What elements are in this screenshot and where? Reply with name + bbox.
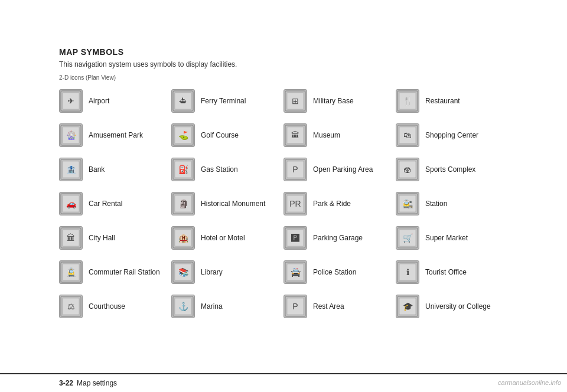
historical-monument-icon: 🗿 [171, 192, 195, 215]
svg-text:🛍: 🛍 [403, 130, 412, 140]
symbol-item-super-market: 🛒Super Market [396, 226, 508, 250]
museum-label: Museum [313, 131, 340, 139]
svg-text:⛽: ⛽ [178, 165, 189, 175]
symbol-item-bank: 🏦Bank [59, 158, 171, 181]
svg-text:⊞: ⊞ [292, 96, 299, 106]
symbol-item-ferry-terminal: ⛴Ferry Terminal [171, 89, 284, 113]
svg-text:⛴: ⛴ [179, 96, 187, 106]
symbol-item-restaurant: 🍴Restaurant [396, 89, 508, 113]
svg-text:🍴: 🍴 [403, 96, 413, 106]
symbol-item-police-station: 🚔Police Station [284, 260, 396, 284]
police-station-icon: 🚔 [284, 260, 307, 284]
ferry-terminal-label: Ferry Terminal [201, 97, 246, 105]
symbol-item-golf-course: ⛳Golf Course [171, 123, 284, 147]
symbol-item-airport: ✈Airport [59, 89, 171, 113]
svg-text:P: P [292, 165, 298, 174]
rest-area-icon: P [284, 295, 307, 318]
symbol-item-hotel-or-motel: 🏨Hotel or Motel [171, 226, 284, 250]
park-and-ride-icon: PR [284, 192, 307, 215]
svg-text:🚊: 🚊 [66, 267, 77, 277]
golf-course-label: Golf Course [201, 131, 239, 139]
sports-complex-label: Sports Complex [425, 165, 475, 174]
sports-complex-icon: 🏟 [396, 158, 419, 181]
restaurant-icon: 🍴 [396, 89, 419, 113]
page-container: MAP SYMBOLS This navigation system uses … [0, 0, 567, 354]
symbols-grid: ✈Airport⛴Ferry Terminal⊞Military Base🍴Re… [59, 89, 508, 318]
gas-station-icon: ⛽ [171, 158, 195, 181]
car-rental-label: Car Rental [89, 200, 122, 208]
police-station-label: Police Station [313, 268, 356, 276]
golf-course-icon: ⛳ [171, 123, 195, 147]
station-icon: 🚉 [396, 192, 419, 215]
parking-garage-icon: 🅿 [284, 226, 307, 250]
bank-label: Bank [89, 165, 105, 174]
svg-text:📚: 📚 [178, 267, 189, 277]
commuter-rail-station-icon: 🚊 [59, 260, 83, 284]
super-market-label: Super Market [425, 234, 468, 242]
library-icon: 📚 [171, 260, 195, 284]
rest-area-label: Rest Area [313, 302, 344, 311]
marina-icon: ⚓ [171, 295, 195, 318]
symbol-item-shopping-center: 🛍Shopping Center [396, 123, 508, 147]
car-rental-icon: 🚗 [59, 192, 83, 215]
symbol-item-military-base: ⊞Military Base [284, 89, 396, 113]
svg-text:🚗: 🚗 [66, 199, 77, 209]
amusement-park-icon: 🎡 [59, 123, 83, 147]
svg-text:🚔: 🚔 [291, 267, 301, 277]
svg-text:🎓: 🎓 [403, 302, 413, 312]
symbol-item-station: 🚉Station [396, 192, 508, 215]
open-parking-area-label: Open Parking Area [313, 165, 373, 174]
symbol-item-library: 📚Library [171, 260, 284, 284]
hotel-or-motel-icon: 🏨 [171, 226, 195, 250]
symbol-item-museum: 🏛Museum [284, 123, 396, 147]
gas-station-label: Gas Station [201, 165, 238, 174]
symbol-item-parking-garage: 🅿Parking Garage [284, 226, 396, 250]
symbol-item-gas-station: ⛽Gas Station [171, 158, 284, 181]
military-base-icon: ⊞ [284, 89, 307, 113]
hotel-or-motel-label: Hotel or Motel [201, 234, 245, 242]
svg-text:⛳: ⛳ [178, 130, 189, 141]
marina-label: Marina [201, 302, 223, 311]
military-base-label: Military Base [313, 97, 354, 105]
svg-text:⚓: ⚓ [178, 302, 189, 312]
airport-icon: ✈ [59, 89, 83, 113]
museum-icon: 🏛 [284, 123, 307, 147]
bank-icon: 🏦 [59, 158, 83, 181]
airport-label: Airport [89, 97, 109, 105]
library-label: Library [201, 268, 223, 276]
historical-monument-label: Historical Monument [201, 200, 265, 208]
symbol-item-marina: ⚓Marina [171, 295, 284, 318]
city-hall-icon: 🏛 [59, 226, 83, 250]
watermark: carmanualsonline.info [498, 379, 561, 386]
ferry-terminal-icon: ⛴ [171, 89, 195, 113]
city-hall-label: City Hall [89, 234, 115, 242]
svg-text:🗿: 🗿 [178, 199, 189, 209]
symbol-item-amusement-park: 🎡Amusement Park [59, 123, 171, 147]
symbol-item-open-parking-area: POpen Parking Area [284, 158, 396, 181]
footer-page: 3-22 [59, 379, 73, 387]
symbol-item-historical-monument: 🗿Historical Monument [171, 192, 284, 215]
svg-text:🏛: 🏛 [291, 130, 299, 140]
university-or-college-icon: 🎓 [396, 295, 419, 318]
shopping-center-icon: 🛍 [396, 123, 419, 147]
svg-text:⚖: ⚖ [67, 302, 75, 311]
svg-text:🚉: 🚉 [403, 199, 413, 209]
station-label: Station [425, 200, 447, 208]
view-label: 2-D icons (Plan View) [59, 74, 508, 81]
section-title: MAP SYMBOLS [59, 47, 508, 57]
symbol-item-tourist-office: ℹTourist Office [396, 260, 508, 284]
open-parking-area-icon: P [284, 158, 307, 181]
section-desc: This navigation system uses symbols to d… [59, 60, 508, 68]
shopping-center-label: Shopping Center [425, 131, 478, 139]
footer-bar: 3-22 Map settings [0, 373, 567, 392]
symbol-item-rest-area: PRest Area [284, 295, 396, 318]
svg-text:ℹ: ℹ [406, 267, 409, 277]
symbol-item-commuter-rail-station: 🚊Commuter Rail Station [59, 260, 171, 284]
footer-text: Map settings [77, 379, 117, 387]
svg-text:🏟: 🏟 [403, 165, 412, 174]
symbol-item-city-hall: 🏛City Hall [59, 226, 171, 250]
symbol-item-university-or-college: 🎓University or College [396, 295, 508, 318]
symbol-item-car-rental: 🚗Car Rental [59, 192, 171, 215]
svg-text:🏨: 🏨 [178, 233, 189, 243]
svg-text:🎡: 🎡 [66, 130, 77, 141]
